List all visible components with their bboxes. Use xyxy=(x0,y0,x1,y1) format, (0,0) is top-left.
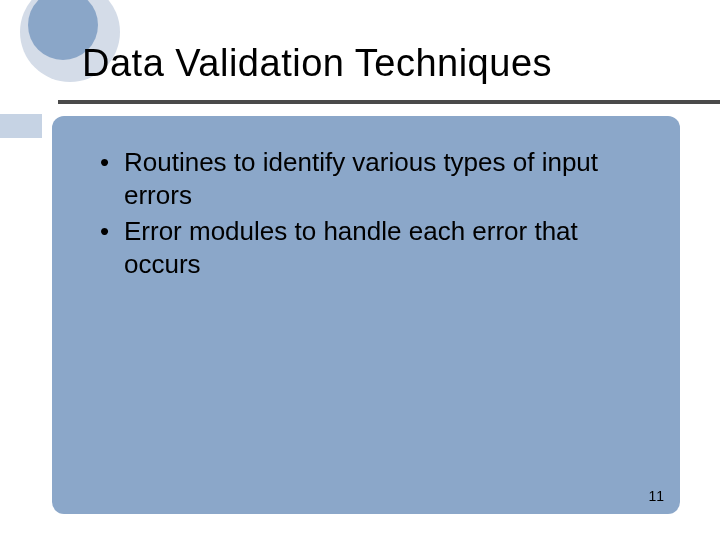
slide: Data Validation Techniques Routines to i… xyxy=(0,0,720,540)
content-panel: Routines to identify various types of in… xyxy=(52,116,680,514)
bullet-item: Routines to identify various types of in… xyxy=(100,146,644,211)
slide-title: Data Validation Techniques xyxy=(82,42,552,85)
page-number: 11 xyxy=(648,488,664,504)
bullet-list: Routines to identify various types of in… xyxy=(100,146,644,280)
side-accent-block xyxy=(0,114,42,138)
title-divider xyxy=(58,100,720,104)
bullet-item: Error modules to handle each error that … xyxy=(100,215,644,280)
content-inner: Routines to identify various types of in… xyxy=(52,116,680,308)
